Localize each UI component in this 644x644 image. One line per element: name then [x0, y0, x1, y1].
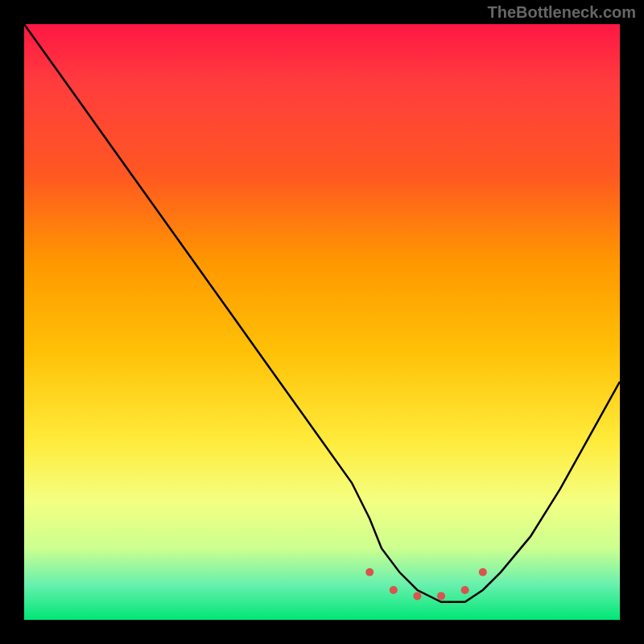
marker-dot: [437, 592, 445, 600]
marker-dot: [461, 586, 469, 594]
chart-svg: [24, 24, 620, 620]
marker-dot: [365, 568, 374, 576]
bottleneck-curve: [24, 24, 620, 602]
marker-dot: [390, 586, 398, 594]
marker-dot: [413, 592, 421, 600]
plot-area: [24, 24, 620, 620]
marker-dot: [479, 568, 487, 576]
watermark-text: TheBottleneck.com: [488, 3, 636, 22]
